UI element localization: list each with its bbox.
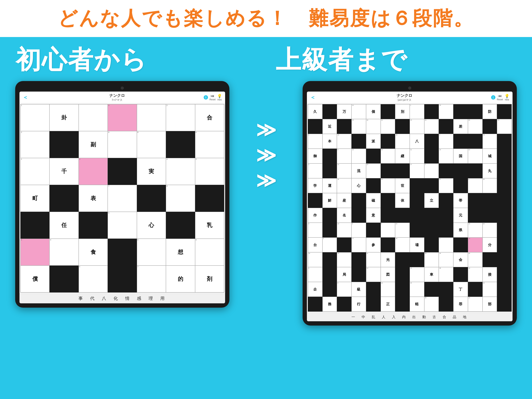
cell-14x14 xyxy=(453,238,468,252)
crossword-left: 1卦32合2副6861千3実49町表78任5心乳34食6想9償57的剤 xyxy=(19,103,225,293)
cell-7x7 xyxy=(166,131,195,158)
cell-14x14: 本 xyxy=(323,134,337,149)
cell-7x7: 4 xyxy=(50,239,78,265)
back-button-right[interactable]: ＜ xyxy=(310,94,316,101)
cell-14x14: 14 xyxy=(439,149,453,163)
main-area: 初心者から 上級者まで ＜ ナンクロ 7×7マス 0 xyxy=(0,37,532,399)
cell-7x7: 3 xyxy=(108,104,137,131)
cell-14x14: 5 xyxy=(381,223,395,238)
cell-14x14 xyxy=(497,134,512,149)
cell-14x14 xyxy=(439,282,453,297)
cell-14x14: 5 xyxy=(308,134,323,149)
cell-14x14 xyxy=(323,163,337,178)
cell-14x14 xyxy=(497,267,512,282)
cell-14x14: 丸 xyxy=(482,163,497,178)
cell-14x14 xyxy=(439,119,453,134)
cell-7x7: 乳 xyxy=(195,212,224,239)
cell-14x14 xyxy=(366,282,381,297)
cell-14x14: 20 xyxy=(381,149,395,163)
back-button-left[interactable]: ＜ xyxy=(23,94,28,101)
tablet-left: ＜ ナンクロ 7×7マス 0 ⏮ Reset 💡 xyxy=(15,81,229,308)
cell-14x14: 23 xyxy=(366,163,381,178)
tablet-left-wrapper: ＜ ナンクロ 7×7マス 0 ⏮ Reset 💡 xyxy=(10,81,235,308)
cell-14x14 xyxy=(482,208,497,223)
cell-14x14 xyxy=(468,163,482,178)
reset-btn-right[interactable]: ⏮ Reset xyxy=(497,94,503,101)
cell-14x14: 個 xyxy=(366,104,381,119)
cell-14x14: 13 xyxy=(337,252,351,267)
cell-14x14 xyxy=(410,178,424,193)
cell-7x7: 5 xyxy=(108,212,137,239)
cell-7x7 xyxy=(79,212,108,239)
cell-14x14: 参 xyxy=(366,238,381,252)
cell-14x14 xyxy=(351,134,366,149)
cell-14x14: 15 xyxy=(468,238,482,252)
cell-14x14: 名 xyxy=(337,208,351,223)
tablets-row: ＜ ナンクロ 7×7マス 0 ⏮ Reset 💡 xyxy=(0,77,532,326)
hint-btn-right[interactable]: 💡 Hint xyxy=(505,94,509,101)
cell-14x14: 15 xyxy=(410,119,424,134)
cell-14x14: 作 xyxy=(308,208,323,223)
cell-7x7: 想 xyxy=(166,239,195,265)
cell-14x14 xyxy=(337,297,351,312)
cell-14x14 xyxy=(395,297,410,312)
cell-7x7: 剤 xyxy=(195,265,224,292)
cell-14x14 xyxy=(482,193,497,208)
cell-14x14: 部 xyxy=(482,297,497,312)
cell-14x14 xyxy=(381,163,395,178)
cell-7x7: 2 xyxy=(166,104,195,131)
cell-7x7: 千 xyxy=(50,158,78,185)
cell-7x7: 食 xyxy=(79,239,108,265)
cell-14x14: 立 xyxy=(424,193,439,208)
cell-7x7: 4 xyxy=(166,158,195,185)
screen-right-title-main: ナンクロ xyxy=(318,93,491,98)
cell-14x14: 行 xyxy=(351,297,366,312)
hint-icon-left: 💡 xyxy=(217,94,222,98)
cell-14x14 xyxy=(381,208,395,223)
cell-14x14: 29 xyxy=(482,134,497,149)
hint-btn-left[interactable]: 💡 Hint xyxy=(217,94,222,101)
cell-14x14 xyxy=(424,238,439,252)
cell-14x14: 企 xyxy=(308,282,323,297)
cell-14x14 xyxy=(424,134,439,149)
cell-14x14: 久 xyxy=(308,104,323,119)
cell-14x14 xyxy=(323,252,337,267)
reset-btn-left[interactable]: ⏮ Reset xyxy=(209,94,215,101)
cell-14x14: 磁 xyxy=(366,193,381,208)
cell-14x14 xyxy=(497,208,512,223)
cell-7x7 xyxy=(108,239,137,265)
tablet-right-wrapper: ＜ ナンクロ 14×14マス 1 ⏮ Reset � xyxy=(297,81,522,326)
labels-row: 初心者から 上級者まで xyxy=(0,37,532,77)
crossword-right: 久万14個別115防近1518221523差29155本14派18八229御81… xyxy=(307,103,513,313)
cell-14x14: 13 xyxy=(410,267,424,282)
cell-14x14: 体 xyxy=(395,193,410,208)
cell-14x14 xyxy=(410,208,424,223)
cell-7x7: 卦 xyxy=(50,104,78,131)
cell-14x14 xyxy=(323,223,337,238)
cell-7x7: 1 xyxy=(20,104,50,131)
screen-left-header: ＜ ナンクロ 7×7マス 0 ⏮ Reset 💡 xyxy=(19,91,225,103)
cell-14x14 xyxy=(468,193,482,208)
cell-14x14 xyxy=(395,282,410,297)
cell-14x14 xyxy=(381,104,395,119)
cell-14x14: 3 xyxy=(308,223,323,238)
cell-14x14 xyxy=(337,119,351,134)
cell-7x7 xyxy=(108,158,137,185)
cell-7x7: 6 xyxy=(137,239,166,265)
cell-14x14 xyxy=(482,252,497,267)
cell-7x7: 9 xyxy=(195,158,224,185)
cell-14x14: 県 xyxy=(453,223,468,238)
cell-14x14 xyxy=(323,267,337,282)
reset-icon-left: ⏮ xyxy=(210,94,214,98)
cell-14x14 xyxy=(351,252,366,267)
cell-14x14: 26 xyxy=(424,252,439,267)
cell-14x14 xyxy=(453,163,468,178)
screen-right-icons: 1 ⏮ Reset 💡 Hint xyxy=(491,94,509,101)
cell-14x14: 14 xyxy=(468,297,482,312)
cell-14x14 xyxy=(453,267,468,282)
cell-14x14: 28 xyxy=(424,297,439,312)
cell-14x14: 12 xyxy=(337,223,351,238)
cell-14x14: 2 xyxy=(439,134,453,149)
cell-14x14 xyxy=(395,163,410,178)
cell-14x14: 会 xyxy=(453,252,468,267)
